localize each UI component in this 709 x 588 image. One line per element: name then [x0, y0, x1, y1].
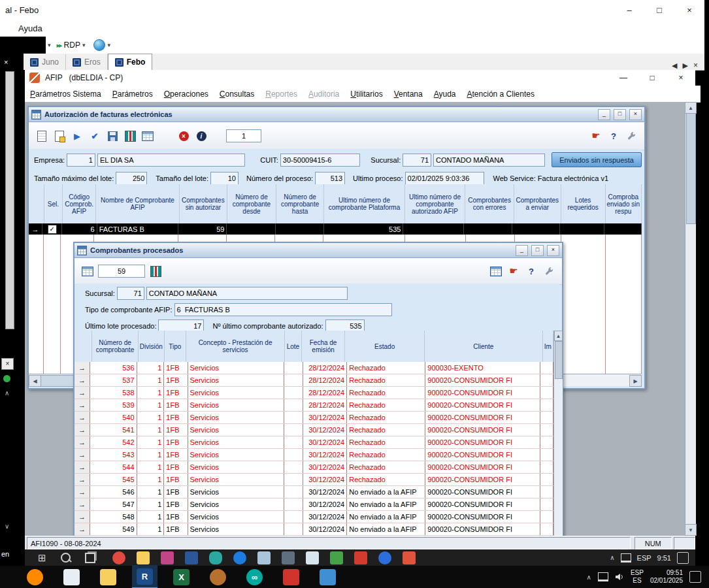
table-row[interactable]: →53611FBServicios28/12/2024Rechazado9000…	[74, 362, 553, 374]
mdi-vertical-scrollbar[interactable]: ▲ ▼	[685, 102, 696, 536]
ledger-icon[interactable]	[148, 264, 163, 278]
tray-expand-icon[interactable]: ∧	[587, 574, 591, 581]
ultimo-proceso-field[interactable]: 02/01/2025 9:03:36	[405, 172, 484, 185]
run-process-icon[interactable]: ▶	[70, 129, 84, 143]
afip-close-button[interactable]: ×	[667, 70, 695, 86]
table-row[interactable]: →54811FBServicios30/12/2024No enviado a …	[74, 511, 553, 523]
table-row[interactable]: →54411FBServicios30/12/2024Rechazado9000…	[74, 461, 553, 474]
scroll-up-icon[interactable]: ▲	[685, 102, 697, 114]
grid-column-header[interactable]: Im	[543, 331, 553, 362]
table-row[interactable]: →54511FBServicios30/12/2024Rechazado9000…	[74, 474, 553, 486]
erp-app-icon[interactable]: R	[137, 568, 153, 585]
rdp-caret-icon[interactable]: ▾	[82, 42, 86, 48]
afip-menu-item[interactable]: Ventana	[394, 90, 423, 99]
empresa-number-field[interactable]: 1	[67, 154, 95, 167]
table-row[interactable]: →53811FBServicios28/12/2024Rechazado9000…	[74, 387, 553, 399]
taskbar-slot-firefox[interactable]	[22, 566, 48, 588]
rdp-dropdown[interactable]: RDP	[64, 41, 80, 50]
grid-column-header[interactable]: Fecha de emisión	[302, 331, 345, 362]
firefox-icon[interactable]	[27, 569, 43, 585]
grid-column-header[interactable]: Lotes requeridos	[561, 184, 606, 223]
tray-expand-icon[interactable]: ∧	[610, 554, 614, 561]
grid-column-header[interactable]: Comproba enviado sin respu	[606, 184, 642, 223]
folder-icon[interactable]	[137, 551, 150, 564]
tam-max-field[interactable]: 250	[116, 172, 147, 185]
afip-menu-item[interactable]: Parámetros	[112, 90, 153, 99]
grid-column-header[interactable]: División	[139, 331, 164, 362]
search-icon[interactable]	[61, 553, 71, 563]
scrollbar-thumb[interactable]	[555, 341, 563, 379]
afip-menu-item[interactable]: Atención a Clientes	[467, 90, 535, 99]
tipo-comprobante-field[interactable]: 6 FACTURAS B	[174, 303, 392, 316]
tab-close-icon[interactable]: ×	[693, 61, 698, 70]
clock[interactable]: 09:51 02/01/2025	[650, 569, 683, 585]
edge-icon[interactable]	[233, 551, 246, 564]
menu-ayuda[interactable]: Ayuda	[18, 24, 42, 33]
scrollbar-thumb[interactable]	[686, 113, 696, 224]
afip-minimize-button[interactable]: —	[609, 70, 638, 86]
table-row[interactable]: →53911FBServicios28/12/2024Rechazado9000…	[74, 399, 553, 412]
globe-icon[interactable]	[93, 39, 105, 51]
scroll-down-icon[interactable]: ∨	[5, 523, 9, 530]
save-icon[interactable]	[105, 129, 120, 143]
grid-column-header[interactable]: Comprobantes sin autorizar	[180, 184, 228, 223]
tools-icon[interactable]	[624, 129, 638, 143]
pointer-icon[interactable]: ☛	[506, 264, 521, 278]
chart-tool-icon[interactable]	[63, 569, 80, 585]
num-proceso-field[interactable]: 513	[315, 172, 345, 185]
afip-menu-item[interactable]: Reportes	[265, 90, 297, 99]
document-icon[interactable]	[257, 551, 271, 564]
tab-scroll-left-icon[interactable]: ◀	[672, 61, 677, 70]
minimize-button[interactable]: –	[614, 0, 644, 20]
taskbar-slot-checkered-app[interactable]	[278, 566, 304, 588]
table-view-icon[interactable]	[489, 264, 503, 278]
taskbar-slot-infinity-app[interactable]: ∞	[242, 566, 267, 588]
pointer-icon[interactable]: ☛	[589, 129, 603, 143]
table-row[interactable]: →54311FBServicios30/12/2024Rechazado9000…	[74, 449, 553, 461]
scroll-right-icon[interactable]: ▶	[629, 375, 642, 387]
table-row[interactable]: →54011FBServicios30/12/2024Rechazado9000…	[74, 412, 553, 424]
scroll-left-icon[interactable]: ◀	[29, 375, 41, 387]
grid-column-header[interactable]: Número de comprobante hasta	[276, 184, 325, 223]
help-icon[interactable]: ?	[606, 129, 621, 143]
table-row[interactable]: →53711FBServicios28/12/2024Rechazado9000…	[74, 374, 553, 387]
grid-column-header[interactable]: Tipo	[165, 331, 187, 362]
grid-column-header[interactable]: Lote	[285, 331, 302, 362]
info-icon[interactable]: i	[194, 129, 208, 143]
ledger-icon[interactable]	[123, 129, 137, 143]
remote-tab-febo[interactable]: Febo	[108, 54, 153, 70]
help-icon[interactable]: ?	[524, 264, 538, 278]
afip-restore-button[interactable]: □	[638, 70, 667, 86]
table-row[interactable]: →54211FBServicios30/12/2024Rechazado9000…	[74, 436, 553, 449]
word-icon[interactable]	[185, 551, 198, 564]
table-row[interactable]: →54111FBServicios30/12/2024Rechazado9000…	[74, 424, 553, 436]
export-grid-icon[interactable]	[140, 129, 155, 143]
sucursal-number-field[interactable]: 71	[117, 287, 144, 300]
grid-column-header[interactable]: Comprobantes a enviar	[514, 184, 561, 223]
row-select-cell[interactable]: ✓	[42, 223, 63, 235]
export-grid-icon[interactable]	[80, 264, 95, 278]
scroll-up-icon[interactable]: ▲	[554, 331, 563, 341]
pen-app-icon[interactable]	[282, 551, 295, 564]
afip-menu-item[interactable]: Ayuda	[434, 90, 456, 99]
afip-menu-item[interactable]: Auditoria	[308, 90, 339, 99]
taskbar-slot-pen-tool[interactable]	[315, 566, 340, 588]
cuit-field[interactable]: 30-50009415-6	[280, 154, 361, 167]
row-checkbox[interactable]: ✓	[48, 225, 57, 234]
language-indicator[interactable]: ESP ES	[631, 569, 644, 585]
new-document-icon[interactable]	[35, 129, 49, 143]
stop-icon[interactable]: ×	[176, 129, 191, 143]
calendar-icon[interactable]	[330, 551, 343, 564]
tools-icon[interactable]	[542, 264, 556, 278]
scroll-down-icon[interactable]: ▼	[685, 524, 697, 536]
grid2-vertical-scrollbar[interactable]: ▲	[553, 331, 563, 536]
scroll-up-icon[interactable]: ∧	[5, 389, 9, 397]
grid-column-header[interactable]: Comprobantes con errores	[465, 184, 514, 223]
action-center-icon[interactable]	[677, 552, 689, 564]
taskbar-slot-gimp[interactable]	[205, 566, 231, 588]
checkered-app-icon[interactable]	[283, 569, 299, 585]
close-button[interactable]: ×	[674, 0, 704, 20]
maximize-button[interactable]: □	[644, 0, 674, 20]
file-explorer-icon[interactable]	[306, 551, 319, 564]
table-row[interactable]: →54911FBServicios30/12/2024No enviado a …	[74, 523, 553, 536]
